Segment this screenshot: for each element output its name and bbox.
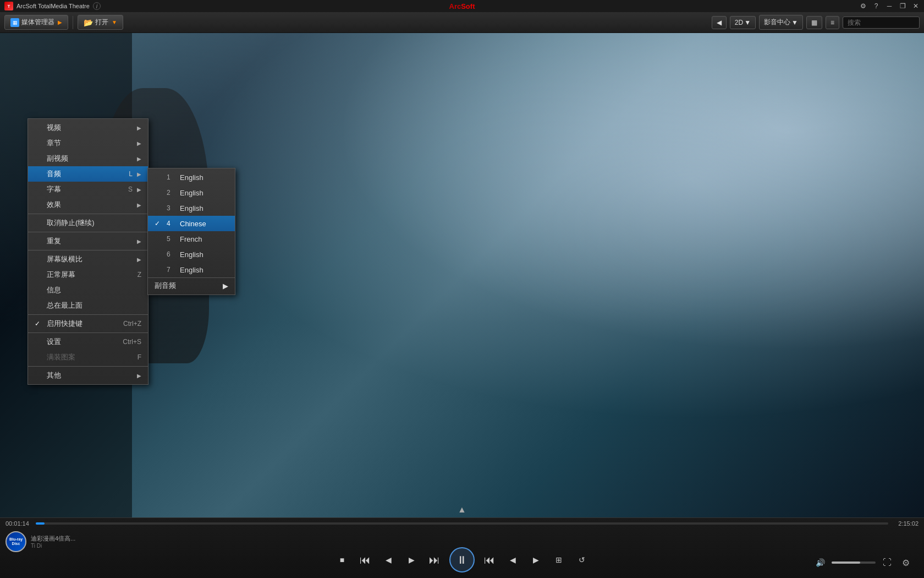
search-input[interactable]	[843, 17, 920, 29]
check-hotkeys: ✓	[35, 320, 43, 328]
progress-area: 00:01:14 2:15:02	[0, 518, 924, 529]
bookmark-button[interactable]: ⊞	[551, 552, 567, 568]
audio-item-4[interactable]: ✓ 4 Chinese	[148, 216, 235, 231]
open-button[interactable]: 📂 打开 ▼	[78, 15, 123, 30]
prev-chapter-button[interactable]: ◀	[504, 552, 521, 568]
shortcut-hotkeys: Ctrl+Z	[123, 320, 141, 328]
arrow-video: ▶	[137, 125, 141, 131]
audio-item-2[interactable]: 2 English	[148, 185, 235, 200]
menu-label-hotkeys: 启用快捷键	[47, 319, 82, 329]
media-manager-label: 媒体管理器	[21, 18, 54, 27]
menu-item-fullscreen[interactable]: 满装图案 F	[28, 350, 148, 365]
playback-controls: ■ ⏮ ◀ ▶ ⏭ ⏸ ⏮ ◀ ▶ ⊞ ↺	[334, 547, 590, 572]
menu-item-other[interactable]: 其他 ▶	[28, 368, 148, 383]
expand-arrow[interactable]: ▲	[458, 505, 466, 515]
settings-button[interactable]: ⚙	[857, 0, 869, 12]
separator-5	[28, 332, 148, 333]
menu-item-info[interactable]: 信息	[28, 282, 148, 298]
volume-slider[interactable]	[832, 561, 876, 564]
bd-info: Blu-rayDisc 迪彩漫画4倍高... Ti Di	[6, 531, 75, 552]
num-2: 2	[167, 189, 175, 197]
time-current: 00:01:14	[6, 520, 30, 527]
menu-item-video[interactable]: 视频 ▶	[28, 120, 148, 135]
menu-item-unmute[interactable]: 取消静止(继续)	[28, 215, 148, 231]
audio-item-7[interactable]: 7 English	[148, 262, 235, 277]
rewind-button[interactable]: ⏮	[357, 552, 373, 568]
audio-item-1[interactable]: 1 English	[148, 170, 235, 185]
next-chapter-button[interactable]: ▶	[527, 552, 544, 568]
check-4: ✓	[155, 220, 162, 227]
separator-3	[28, 250, 148, 250]
shortcut-subtitle: S	[128, 186, 133, 193]
menu-item-aspect[interactable]: 屏幕纵横比 ▶	[28, 252, 148, 267]
volume-icon[interactable]: 🔊	[813, 555, 827, 570]
fullscreen-button[interactable]: ⛶	[880, 555, 894, 570]
fast-forward-button[interactable]: ⏭	[426, 552, 443, 568]
repeat-button[interactable]: ↺	[574, 552, 590, 568]
stop-button[interactable]: ■	[334, 552, 350, 568]
menu-item-settings[interactable]: 设置 Ctrl+S	[28, 334, 148, 350]
audio-label-1: English	[180, 173, 204, 182]
bd-logo: Blu-rayDisc	[6, 531, 26, 552]
menu-label-unmute: 取消静止(继续)	[47, 218, 95, 228]
open-arrow: ▼	[112, 19, 117, 25]
info-button[interactable]: i	[93, 2, 101, 10]
menu-item-secondary-video[interactable]: 副视频 ▶	[28, 151, 148, 166]
menu-item-repeat[interactable]: 重复 ▶	[28, 233, 148, 249]
minimize-button[interactable]: ─	[883, 0, 895, 12]
arrow-subtitle: ▶	[137, 187, 141, 193]
play-pause-button[interactable]: ⏸	[449, 547, 475, 572]
menu-item-always-on-top[interactable]: 总在最上面	[28, 298, 148, 313]
toolbar-right: ◀ 2D ▼ 影音中心 ▼ ▦ ≡	[712, 15, 920, 30]
shortcut-settings: Ctrl+S	[123, 338, 141, 346]
skip-back-button[interactable]: ⏮	[481, 552, 498, 568]
titlebar-left: T ArcSoft TotalMedia Theatre i	[0, 2, 101, 10]
audio-item-5[interactable]: 5 French	[148, 231, 235, 247]
bottom-bar: 00:01:14 2:15:02 Blu-rayDisc 迪彩漫画4倍高... …	[0, 517, 924, 578]
num-6: 6	[167, 250, 175, 258]
audio-label-2: English	[180, 189, 204, 197]
menu-label-video: 视频	[47, 123, 61, 133]
audio-item-3[interactable]: 3 English	[148, 200, 235, 216]
secondary-audio-label: 副音频	[155, 281, 176, 291]
grid-view-button[interactable]: ▦	[806, 16, 822, 29]
menu-item-subtitle[interactable]: 字幕 S ▶	[28, 182, 148, 197]
prev-frame-button[interactable]: ◀	[380, 552, 397, 568]
menu-item-audio[interactable]: 音频 L ▶	[28, 166, 148, 182]
next-frame-button[interactable]: ▶	[403, 552, 420, 568]
media-manager-button[interactable]: ▦ 媒体管理器 ▶	[4, 15, 68, 30]
progress-bar[interactable]	[36, 522, 888, 525]
help-button[interactable]: ?	[870, 0, 882, 12]
mode-label: 2D	[735, 19, 743, 26]
app-icon: T	[4, 2, 13, 10]
bd-text: 迪彩漫画4倍高... Ti Di	[31, 535, 75, 549]
menu-item-chapter[interactable]: 章节 ▶	[28, 135, 148, 151]
num-4: 4	[167, 220, 175, 227]
shortcut-fullscreen: F	[138, 353, 141, 361]
nav-prev-button[interactable]: ◀	[712, 16, 727, 29]
menu-item-normal-screen[interactable]: 正常屏幕 Z	[28, 267, 148, 282]
close-button[interactable]: ✕	[910, 0, 922, 12]
list-view-button[interactable]: ≡	[826, 16, 839, 29]
settings-icon[interactable]: ⚙	[899, 555, 913, 570]
video-area[interactable]: 视频 ▶ 章节 ▶ 副视频 ▶ 音频 L	[0, 33, 924, 517]
menu-item-effect[interactable]: 效果 ▶	[28, 197, 148, 212]
brand-logo: ArcSoft	[449, 2, 475, 10]
shortcut-audio: L	[129, 170, 133, 178]
audio-item-6[interactable]: 6 English	[148, 247, 235, 262]
toolbar-separator-1	[73, 16, 73, 29]
media-center-arrow: ▼	[791, 19, 798, 26]
audio-label-7: English	[180, 266, 204, 274]
audio-submenu: 1 English 2 English 3 English ✓ 4 Chines…	[147, 168, 235, 295]
secondary-audio-item[interactable]: 副音频 ▶	[148, 277, 235, 293]
separator-4	[28, 314, 148, 315]
num-5: 5	[167, 235, 175, 243]
restore-button[interactable]: ❐	[897, 0, 909, 12]
right-controls: 🔊 ⛶ ⚙	[813, 555, 913, 570]
media-center-dropdown[interactable]: 影音中心 ▼	[759, 15, 803, 30]
num-7: 7	[167, 266, 175, 274]
menu-label-effect: 效果	[47, 200, 61, 210]
audio-label-3: English	[180, 204, 204, 212]
mode-dropdown[interactable]: 2D ▼	[730, 16, 756, 29]
menu-item-hotkeys[interactable]: ✓ 启用快捷键 Ctrl+Z	[28, 316, 148, 331]
